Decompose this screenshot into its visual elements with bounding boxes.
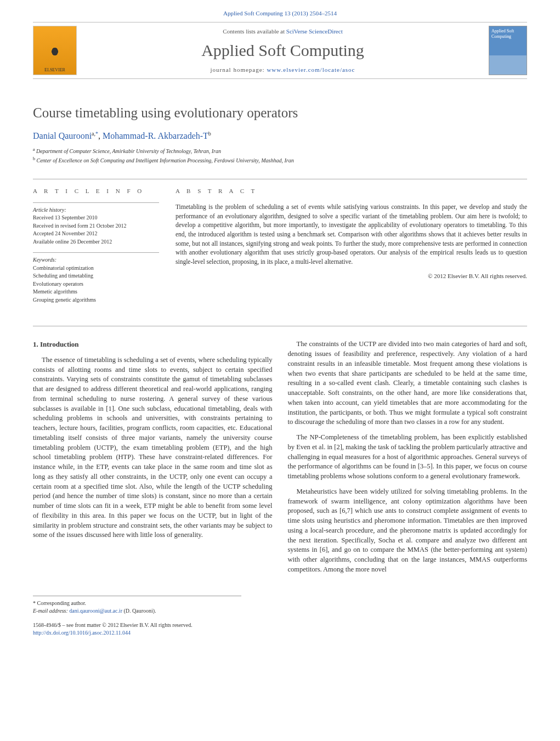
journal-homepage-line: journal homepage: www.elsevier.com/locat… (77, 66, 489, 73)
keyword-5: Grouping genetic algorithms (33, 297, 96, 303)
abstract-block: a b s t r a c t Timetabling is the probl… (176, 187, 527, 310)
affiliations: a Department of Computer Science, Amirka… (33, 146, 527, 165)
doi-link[interactable]: http://dx.doi.org/10.1016/j.asoc.2012.11… (33, 630, 131, 636)
keyword-4: Memetic algorithms (33, 289, 77, 295)
header-citation: Applied Soft Computing 13 (2013) 2504–25… (0, 0, 560, 22)
affil-a-text: Department of Computer Science, Amirkabi… (35, 149, 221, 155)
article-history-block: Article history: Received 13 September 2… (33, 202, 159, 246)
section-divider (33, 326, 527, 326)
author-1-affil-sup: a, (92, 131, 95, 137)
email-line: E-mail address: dani.qaurooni@aut.ac.ir … (33, 607, 241, 615)
publisher-logo: ELSEVIER (33, 26, 77, 75)
author-email-link[interactable]: dani.qaurooni@aut.ac.ir (69, 608, 122, 614)
journal-homepage-link[interactable]: www.elsevier.com/locate/asoc (267, 66, 355, 73)
info-abstract-row: a r t i c l e i n f o Article history: R… (33, 179, 527, 310)
author-separator: , (98, 131, 103, 140)
issn-copyright-line: 1568-4946/$ – see front matter © 2012 El… (33, 621, 527, 629)
article-info-block: a r t i c l e i n f o Article history: R… (33, 187, 159, 310)
column-right: The constraints of the UCTP are divided … (288, 340, 528, 580)
affiliation-a: a Department of Computer Science, Amirka… (33, 146, 527, 155)
revised-date: Received in revised form 21 October 2012 (33, 223, 127, 229)
keyword-2: Scheduling and timetabling (33, 273, 93, 279)
intro-paragraph-1: The essence of timetabling is scheduling… (33, 355, 273, 540)
article-title: Course timetabling using evolutionary op… (33, 105, 527, 121)
banner-center: Contents lists available at SciVerse Sci… (77, 28, 489, 73)
received-date: Received 13 September 2010 (33, 214, 97, 220)
intro-paragraph-4: Metaheuristics have been widely utilized… (288, 487, 528, 575)
publisher-name: ELSEVIER (44, 67, 65, 72)
email-author-name: (D. Qaurooni). (122, 608, 156, 614)
contents-line: Contents lists available at SciVerse Sci… (77, 28, 489, 35)
affil-b-text: Center of Excellence on Soft Computing a… (35, 157, 294, 163)
accepted-date: Accepted 24 November 2012 (33, 230, 97, 236)
sciencedirect-link[interactable]: SciVerse ScienceDirect (286, 28, 343, 35)
citation-link[interactable]: Applied Soft Computing 13 (2013) 2504–25… (223, 10, 337, 16)
journal-cover-thumbnail: Applied Soft Computing (489, 26, 527, 75)
section-1-heading: 1. Introduction (33, 340, 273, 349)
elsevier-tree-icon (44, 38, 66, 65)
author-1-link[interactable]: Danial Qaurooni (33, 131, 92, 140)
history-label: Article history: (33, 207, 66, 213)
intro-paragraph-3: The NP-Completeness of the timetabling p… (288, 433, 528, 482)
abstract-heading: a b s t r a c t (176, 187, 527, 196)
keywords-label: Keywords: (33, 257, 56, 263)
keyword-1: Combinatorial optimization (33, 265, 94, 271)
keyword-3: Evolutionary operators (33, 281, 83, 287)
author-2-affil-sup: b (208, 131, 211, 137)
cover-text: Applied Soft Computing (491, 29, 514, 39)
footnotes: * Corresponding author. E-mail address: … (33, 596, 241, 615)
article-info-heading: a r t i c l e i n f o (33, 187, 159, 196)
column-left: 1. Introduction The essence of timetabli… (33, 340, 273, 580)
intro-paragraph-2: The constraints of the UCTP are divided … (288, 340, 528, 427)
body-columns: 1. Introduction The essence of timetabli… (33, 340, 527, 580)
homepage-prefix: journal homepage: (211, 66, 267, 73)
email-label: E-mail address: (33, 608, 69, 614)
footer-meta: 1568-4946/$ – see front matter © 2012 El… (33, 621, 527, 637)
journal-name: Applied Soft Computing (77, 41, 489, 60)
keywords-block: Keywords: Combinatorial optimization Sch… (33, 252, 159, 304)
contents-prefix: Contents lists available at (223, 28, 286, 35)
abstract-copyright: © 2012 Elsevier B.V. All rights reserved… (176, 272, 527, 281)
abstract-text: Timetabling is the problem of scheduling… (176, 202, 527, 267)
author-2-link[interactable]: Mohammad-R. Akbarzadeh-T (103, 131, 208, 140)
online-date: Available online 26 December 2012 (33, 239, 112, 245)
authors-line: Danial Qauroonia,*, Mohammad-R. Akbarzad… (33, 131, 527, 141)
affiliation-b: b Center of Excellence on Soft Computing… (33, 156, 527, 165)
corresponding-author-note: * Corresponding author. (33, 599, 241, 607)
journal-banner: ELSEVIER Contents lists available at Sci… (33, 22, 527, 79)
